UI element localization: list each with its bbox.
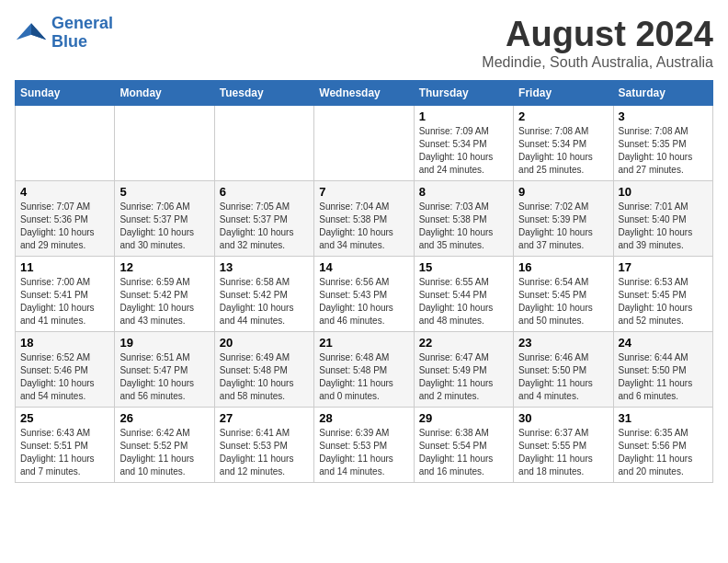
- day-number: 14: [319, 260, 408, 274]
- title-block: August 2024 Medindie, South Australia, A…: [482, 15, 713, 71]
- calendar-day-cell: 5Sunrise: 7:06 AM Sunset: 5:37 PM Daylig…: [115, 181, 214, 257]
- calendar-day-cell: [16, 106, 115, 181]
- calendar-day-cell: 25Sunrise: 6:43 AM Sunset: 5:51 PM Dayli…: [16, 408, 115, 483]
- calendar-day-cell: 13Sunrise: 6:58 AM Sunset: 5:42 PM Dayli…: [214, 257, 313, 332]
- day-info: Sunrise: 7:00 AM Sunset: 5:41 PM Dayligh…: [20, 276, 109, 327]
- day-number: 7: [319, 185, 408, 199]
- day-info: Sunrise: 7:08 AM Sunset: 5:34 PM Dayligh…: [518, 125, 608, 177]
- day-info: Sunrise: 6:37 AM Sunset: 5:55 PM Dayligh…: [518, 427, 608, 478]
- calendar-day-cell: 31Sunrise: 6:35 AM Sunset: 5:56 PM Dayli…: [613, 408, 712, 483]
- day-info: Sunrise: 6:47 AM Sunset: 5:49 PM Dayligh…: [419, 351, 508, 403]
- day-info: Sunrise: 6:58 AM Sunset: 5:42 PM Dayligh…: [220, 276, 309, 327]
- day-number: 26: [119, 411, 209, 425]
- logo-bird-icon: [15, 17, 48, 50]
- day-info: Sunrise: 6:44 AM Sunset: 5:50 PM Dayligh…: [619, 351, 708, 403]
- day-number: 24: [619, 336, 708, 350]
- calendar-day-cell: 12Sunrise: 6:59 AM Sunset: 5:42 PM Dayli…: [115, 257, 214, 332]
- calendar-day-cell: 1Sunrise: 7:09 AM Sunset: 5:34 PM Daylig…: [414, 106, 513, 181]
- day-info: Sunrise: 6:49 AM Sunset: 5:48 PM Dayligh…: [220, 351, 309, 403]
- day-info: Sunrise: 7:03 AM Sunset: 5:38 PM Dayligh…: [419, 201, 508, 252]
- logo-text: General Blue: [51, 15, 113, 52]
- calendar-weekday-header: Tuesday: [214, 81, 313, 106]
- day-info: Sunrise: 7:07 AM Sunset: 5:36 PM Dayligh…: [20, 201, 109, 252]
- day-info: Sunrise: 6:46 AM Sunset: 5:50 PM Dayligh…: [518, 351, 608, 403]
- day-info: Sunrise: 6:43 AM Sunset: 5:51 PM Dayligh…: [20, 427, 109, 478]
- day-number: 22: [419, 336, 508, 350]
- calendar-table: SundayMondayTuesdayWednesdayThursdayFrid…: [15, 80, 713, 483]
- calendar-week-row: 18Sunrise: 6:52 AM Sunset: 5:46 PM Dayli…: [16, 332, 713, 408]
- day-number: 8: [419, 185, 508, 199]
- day-info: Sunrise: 7:06 AM Sunset: 5:37 PM Dayligh…: [119, 201, 209, 252]
- calendar-week-row: 4Sunrise: 7:07 AM Sunset: 5:36 PM Daylig…: [16, 181, 713, 257]
- page-header: General Blue August 2024 Medindie, South…: [15, 15, 713, 71]
- day-info: Sunrise: 7:01 AM Sunset: 5:40 PM Dayligh…: [619, 201, 708, 252]
- month-year-title: August 2024: [482, 15, 713, 54]
- day-info: Sunrise: 7:04 AM Sunset: 5:38 PM Dayligh…: [319, 201, 408, 252]
- svg-marker-1: [31, 23, 46, 40]
- day-info: Sunrise: 6:59 AM Sunset: 5:42 PM Dayligh…: [119, 276, 209, 327]
- day-number: 3: [619, 109, 708, 123]
- day-number: 18: [20, 336, 109, 350]
- calendar-day-cell: 30Sunrise: 6:37 AM Sunset: 5:55 PM Dayli…: [514, 408, 613, 483]
- day-number: 23: [518, 336, 608, 350]
- calendar-day-cell: 10Sunrise: 7:01 AM Sunset: 5:40 PM Dayli…: [613, 181, 712, 257]
- calendar-body: 1Sunrise: 7:09 AM Sunset: 5:34 PM Daylig…: [16, 106, 713, 483]
- calendar-weekday-header: Sunday: [16, 81, 115, 106]
- calendar-header-row: SundayMondayTuesdayWednesdayThursdayFrid…: [16, 81, 713, 106]
- day-number: 27: [220, 411, 309, 425]
- day-info: Sunrise: 6:38 AM Sunset: 5:54 PM Dayligh…: [419, 427, 508, 478]
- day-info: Sunrise: 6:35 AM Sunset: 5:56 PM Dayligh…: [619, 427, 708, 478]
- calendar-day-cell: 23Sunrise: 6:46 AM Sunset: 5:50 PM Dayli…: [514, 332, 613, 408]
- logo: General Blue: [15, 15, 113, 52]
- calendar-day-cell: 19Sunrise: 6:51 AM Sunset: 5:47 PM Dayli…: [115, 332, 214, 408]
- day-number: 20: [220, 336, 309, 350]
- day-info: Sunrise: 7:09 AM Sunset: 5:34 PM Dayligh…: [419, 125, 508, 177]
- calendar-day-cell: 11Sunrise: 7:00 AM Sunset: 5:41 PM Dayli…: [16, 257, 115, 332]
- day-info: Sunrise: 6:56 AM Sunset: 5:43 PM Dayligh…: [319, 276, 408, 327]
- calendar-day-cell: 17Sunrise: 6:53 AM Sunset: 5:45 PM Dayli…: [613, 257, 712, 332]
- day-info: Sunrise: 6:53 AM Sunset: 5:45 PM Dayligh…: [619, 276, 708, 327]
- calendar-day-cell: [314, 106, 414, 181]
- day-info: Sunrise: 6:41 AM Sunset: 5:53 PM Dayligh…: [220, 427, 309, 478]
- day-number: 13: [220, 260, 309, 274]
- day-number: 1: [419, 109, 508, 123]
- calendar-day-cell: 16Sunrise: 6:54 AM Sunset: 5:45 PM Dayli…: [514, 257, 613, 332]
- calendar-day-cell: 24Sunrise: 6:44 AM Sunset: 5:50 PM Dayli…: [613, 332, 712, 408]
- day-info: Sunrise: 6:42 AM Sunset: 5:52 PM Dayligh…: [119, 427, 209, 478]
- day-number: 30: [518, 411, 608, 425]
- calendar-day-cell: 14Sunrise: 6:56 AM Sunset: 5:43 PM Dayli…: [314, 257, 414, 332]
- day-info: Sunrise: 7:08 AM Sunset: 5:35 PM Dayligh…: [619, 125, 708, 177]
- calendar-day-cell: 15Sunrise: 6:55 AM Sunset: 5:44 PM Dayli…: [414, 257, 513, 332]
- calendar-week-row: 11Sunrise: 7:00 AM Sunset: 5:41 PM Dayli…: [16, 257, 713, 332]
- day-number: 16: [518, 260, 608, 274]
- day-number: 4: [20, 185, 109, 199]
- day-number: 9: [518, 185, 608, 199]
- day-number: 15: [419, 260, 508, 274]
- day-info: Sunrise: 6:54 AM Sunset: 5:45 PM Dayligh…: [518, 276, 608, 327]
- day-info: Sunrise: 6:55 AM Sunset: 5:44 PM Dayligh…: [419, 276, 508, 327]
- calendar-day-cell: 22Sunrise: 6:47 AM Sunset: 5:49 PM Dayli…: [414, 332, 513, 408]
- calendar-day-cell: 2Sunrise: 7:08 AM Sunset: 5:34 PM Daylig…: [514, 106, 613, 181]
- day-number: 21: [319, 336, 408, 350]
- calendar-day-cell: 27Sunrise: 6:41 AM Sunset: 5:53 PM Dayli…: [214, 408, 313, 483]
- calendar-week-row: 25Sunrise: 6:43 AM Sunset: 5:51 PM Dayli…: [16, 408, 713, 483]
- calendar-day-cell: 26Sunrise: 6:42 AM Sunset: 5:52 PM Dayli…: [115, 408, 214, 483]
- day-info: Sunrise: 6:51 AM Sunset: 5:47 PM Dayligh…: [119, 351, 209, 403]
- day-number: 10: [619, 185, 708, 199]
- calendar-day-cell: 4Sunrise: 7:07 AM Sunset: 5:36 PM Daylig…: [16, 181, 115, 257]
- day-number: 12: [119, 260, 209, 274]
- calendar-weekday-header: Thursday: [414, 81, 513, 106]
- calendar-day-cell: 6Sunrise: 7:05 AM Sunset: 5:37 PM Daylig…: [214, 181, 313, 257]
- day-number: 2: [518, 109, 608, 123]
- calendar-day-cell: 18Sunrise: 6:52 AM Sunset: 5:46 PM Dayli…: [16, 332, 115, 408]
- calendar-weekday-header: Monday: [115, 81, 214, 106]
- day-number: 28: [319, 411, 408, 425]
- day-number: 31: [619, 411, 708, 425]
- day-info: Sunrise: 7:02 AM Sunset: 5:39 PM Dayligh…: [518, 201, 608, 252]
- day-number: 29: [419, 411, 508, 425]
- day-info: Sunrise: 6:39 AM Sunset: 5:53 PM Dayligh…: [319, 427, 408, 478]
- calendar-weekday-header: Wednesday: [314, 81, 414, 106]
- calendar-weekday-header: Saturday: [613, 81, 712, 106]
- calendar-day-cell: 28Sunrise: 6:39 AM Sunset: 5:53 PM Dayli…: [314, 408, 414, 483]
- calendar-day-cell: 3Sunrise: 7:08 AM Sunset: 5:35 PM Daylig…: [613, 106, 712, 181]
